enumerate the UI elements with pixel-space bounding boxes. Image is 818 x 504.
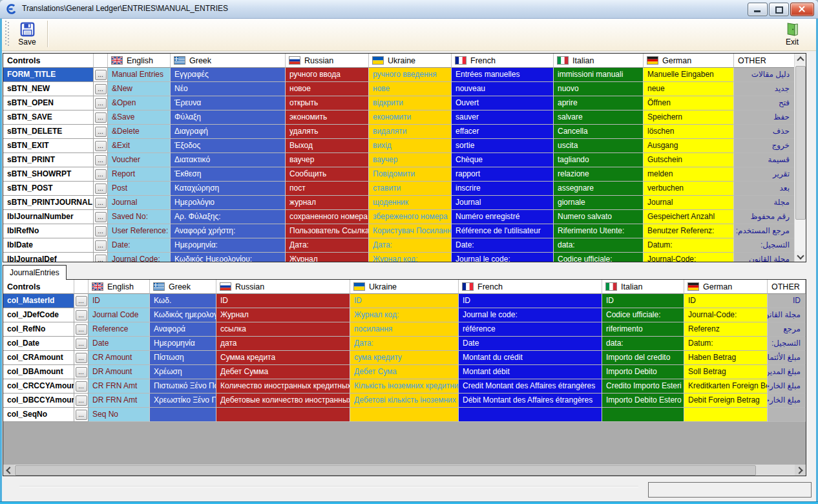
tab-journal-entries[interactable]: JournalEntries — [3, 265, 67, 280]
cell-sBTN_PRINT-german[interactable]: Gutschein — [644, 153, 734, 167]
cell-col_DBCCYAmount-italian[interactable]: Importo Debito Estero — [602, 394, 684, 408]
cell-sBTN_PRINT-russian[interactable]: ваучер — [286, 153, 369, 167]
row-control-col_Date[interactable]: col_Date — [3, 337, 74, 351]
cell-col_DBCCYAmount-english[interactable]: DR FRN Amt — [89, 394, 150, 408]
cell-col_SeqNo-german[interactable] — [684, 408, 768, 422]
row-editor-button-col_SeqNo[interactable]: ... — [76, 410, 87, 420]
row-editor-button-col_CRCCYAmount[interactable]: ... — [76, 381, 87, 392]
cell-col_Date-greek[interactable]: Ημερομηνία — [150, 337, 216, 351]
cell-lblDate-greek[interactable]: Ημερομηνία: — [171, 238, 286, 253]
cell-col_RefNo-italian[interactable]: riferimento — [602, 322, 684, 337]
cell-sBTN_DELETE-german[interactable]: löschen — [644, 125, 734, 139]
cell-sBTN_SHOWRPT-greek[interactable]: Έκθεση — [171, 167, 286, 182]
cell-col_CRCCYAmount-greek[interactable]: Πιστωτικό Ξένο Ποσό — [150, 379, 216, 394]
cell-sBTN_PRINTJOURNAL-ukraine[interactable]: щоденник — [369, 196, 452, 210]
row-editor-button-sBTN_SAVE[interactable]: ... — [95, 112, 107, 123]
cell-sBTN_DELETE-ukraine[interactable]: видаляти — [369, 125, 452, 139]
row-control-sBTN_PRINTJOURNAL[interactable]: sBTN_PRINTJOURNAL — [3, 196, 94, 210]
cell-col_MasterId-english[interactable]: ID — [89, 294, 150, 308]
cell-sBTN_SHOWRPT-italian[interactable]: relazione — [554, 167, 644, 182]
cell-sBTN_POST-other[interactable]: بعد — [734, 182, 795, 196]
cell-col_DBAmount-german[interactable]: Soll Betrag — [684, 365, 768, 379]
cell-sBTN_SHOWRPT-english[interactable]: Report — [108, 167, 171, 182]
cell-sBTN_EXIT-other[interactable]: خروج — [734, 139, 795, 153]
cell-lblDate-english[interactable]: Date: — [108, 238, 171, 253]
cell-sBTN_POST-russian[interactable]: пост — [286, 182, 369, 196]
cell-col_DBAmount-other[interactable]: مبلغ المدين — [768, 365, 806, 379]
row-control-lblDate[interactable]: lblDate — [3, 238, 94, 253]
row-control-lblJournalNumber[interactable]: lblJournalNumber — [3, 210, 94, 224]
row-editor-button-col_MasterId[interactable]: ... — [76, 296, 87, 306]
cell-sBTN_SAVE-italian[interactable]: salvare — [554, 110, 644, 125]
cell-col_DBAmount-russian[interactable]: Дебет Сумма — [216, 365, 350, 379]
cell-FORM_TITLE-greek[interactable]: Εγγραφές — [171, 68, 286, 82]
cell-sBTN_SAVE-french[interactable]: sauver — [452, 110, 554, 125]
row-editor-button-lblJournalNumber[interactable]: ... — [95, 212, 107, 222]
row-control-sBTN_SHOWRPT[interactable]: sBTN_SHOWRPT — [3, 167, 94, 182]
cell-sBTN_EXIT-italian[interactable]: uscita — [554, 139, 644, 153]
row-editor-button-sBTN_DELETE[interactable]: ... — [95, 127, 107, 137]
cell-lblDate-other[interactable]: التسجيل: — [734, 238, 795, 253]
cell-sBTN_DELETE-english[interactable]: &Delete — [108, 125, 171, 139]
cell-sBTN_NEW-italian[interactable]: nuovo — [554, 82, 644, 96]
cell-col_CRCCYAmount-ukraine[interactable]: Кількість іноземних кредитних — [350, 379, 459, 394]
cell-col_JDefCode-german[interactable]: Journal-Code: — [684, 308, 768, 322]
row-editor-button-col_JDefCode[interactable]: ... — [76, 310, 87, 320]
cell-col_CRCCYAmount-italian[interactable]: Credito Importo Esteri — [602, 379, 684, 394]
cell-col_DBAmount-english[interactable]: DR Amount — [89, 365, 150, 379]
cell-sBTN_EXIT-ukraine[interactable]: вихід — [369, 139, 452, 153]
cell-sBTN_POST-french[interactable]: inscrire — [452, 182, 554, 196]
cell-col_RefNo-french[interactable]: référence — [459, 322, 602, 337]
row-editor-button-sBTN_PRINT[interactable]: ... — [95, 155, 107, 165]
cell-sBTN_SHOWRPT-ukraine[interactable]: Повідомити — [369, 167, 452, 182]
cell-lblRefNo-ukraine[interactable]: Користувач Посилання: — [369, 224, 452, 238]
minimize-button[interactable] — [748, 3, 768, 16]
row-editor-button-col_Date[interactable]: ... — [76, 339, 87, 349]
cell-col_CRAmount-english[interactable]: CR Amount — [89, 351, 150, 365]
cell-col_DBCCYAmount-russian[interactable]: Дебетовые количество иностранных — [216, 394, 350, 408]
cell-lblRefNo-english[interactable]: User Reference: — [108, 224, 171, 238]
cell-FORM_TITLE-english[interactable]: Manual Entries — [108, 68, 171, 82]
row-control-sBTN_OPEN[interactable]: sBTN_OPEN — [3, 96, 94, 110]
row-control-sBTN_EXIT[interactable]: sBTN_EXIT — [3, 139, 94, 153]
cell-sBTN_NEW-german[interactable]: neue — [644, 82, 734, 96]
cell-col_RefNo-german[interactable]: Referenz — [684, 322, 768, 337]
cell-sBTN_SAVE-greek[interactable]: Φύλαξη — [171, 110, 286, 125]
cell-col_Date-italian[interactable]: data: — [602, 337, 684, 351]
cell-col_JDefCode-greek[interactable]: Κωδικός ημερολογίου: — [150, 308, 216, 322]
cell-lblJournalDef-ukraine[interactable]: Журнал код: — [369, 253, 452, 262]
cell-lblDate-russian[interactable]: Дата: — [286, 238, 369, 253]
maximize-button[interactable] — [769, 3, 789, 16]
row-editor-button-sBTN_EXIT[interactable]: ... — [95, 141, 107, 151]
cell-col_JDefCode-other[interactable]: مجلة القانون — [768, 308, 806, 322]
cell-col_RefNo-russian[interactable]: ссылка — [216, 322, 350, 337]
scroll-right-button[interactable] — [795, 465, 806, 476]
close-button[interactable] — [790, 3, 814, 16]
cell-sBTN_SHOWRPT-french[interactable]: rapport — [452, 167, 554, 182]
cell-lblJournalNumber-english[interactable]: Saved No: — [108, 210, 171, 224]
row-control-col_MasterId-selected[interactable]: col_MasterId — [3, 294, 74, 308]
cell-FORM_TITLE-french[interactable]: Entrées manuelles — [452, 68, 554, 82]
cell-sBTN_EXIT-french[interactable]: sortie — [452, 139, 554, 153]
scroll-left-button[interactable] — [3, 465, 14, 476]
scroll-up-button[interactable] — [795, 54, 806, 65]
cell-col_SeqNo-greek[interactable] — [150, 408, 216, 422]
cell-sBTN_SHOWRPT-russian[interactable]: Сообщить — [286, 167, 369, 182]
cell-FORM_TITLE-other[interactable]: دليل مقالات — [734, 68, 795, 82]
row-editor-button-col_CRAmount[interactable]: ... — [76, 353, 87, 363]
cell-lblRefNo-french[interactable]: Référence de l'utilisateur — [452, 224, 554, 238]
cell-col_DBCCYAmount-german[interactable]: Debit Foreign Betrag — [684, 394, 768, 408]
cell-col_Date-russian[interactable]: дата — [216, 337, 350, 351]
cell-lblRefNo-other[interactable]: مرجع المستخدم: — [734, 224, 795, 238]
cell-col_JDefCode-italian[interactable]: Codice ufficiale: — [602, 308, 684, 322]
row-control-col_SeqNo[interactable]: col_SeqNo — [3, 408, 74, 422]
cell-col_DBAmount-italian[interactable]: Importo Debito — [602, 365, 684, 379]
cell-col_MasterId-italian[interactable]: ID — [602, 294, 684, 308]
cell-sBTN_PRINTJOURNAL-german[interactable]: Journal — [644, 196, 734, 210]
cell-col_MasterId-greek[interactable]: Κωδ. — [150, 294, 216, 308]
cell-sBTN_OPEN-russian[interactable]: открыть — [286, 96, 369, 110]
row-editor-button-lblJournalDef[interactable]: ... — [95, 255, 107, 263]
row-control-col_DBCCYAmount[interactable]: col_DBCCYAmount — [3, 394, 74, 408]
cell-sBTN_DELETE-french[interactable]: effacer — [452, 125, 554, 139]
row-editor-button-col_RefNo[interactable]: ... — [76, 324, 87, 335]
